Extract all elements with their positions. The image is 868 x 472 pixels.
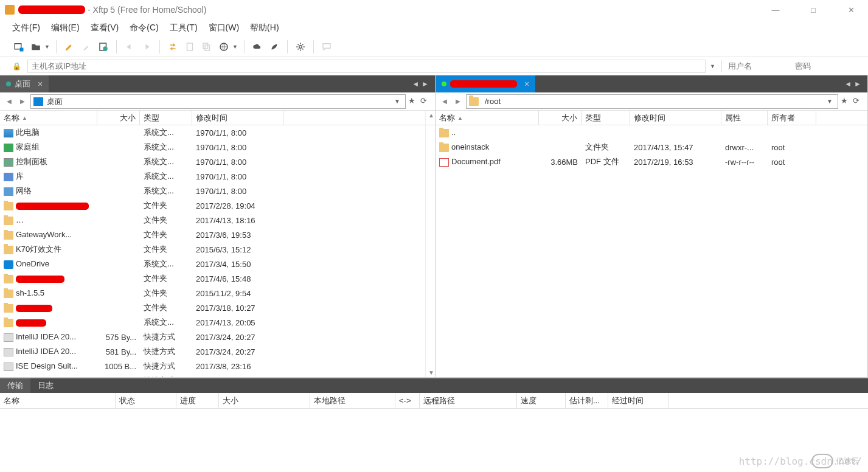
table-row[interactable]: 文件夹2017/3/18, 10:27	[0, 300, 435, 315]
bcol-progress[interactable]: 进度	[176, 393, 219, 408]
eyedrop-icon[interactable]	[80, 40, 93, 54]
close-button[interactable]: ✕	[839, 5, 863, 15]
table-row[interactable]: 控制面板系统文...1970/1/1, 8:00	[0, 154, 435, 169]
menu-file[interactable]: 文件(F)	[12, 23, 40, 33]
refresh-script-icon[interactable]	[97, 40, 110, 54]
remote-tab[interactable]: ×	[436, 75, 535, 92]
sync-right-icon[interactable]	[140, 40, 153, 54]
col-size[interactable]: 大小	[539, 111, 582, 125]
refresh-icon[interactable]: ⟳	[853, 96, 864, 107]
forward-icon[interactable]: ►	[17, 96, 28, 107]
col-attr[interactable]: 属性	[721, 111, 768, 125]
bcol-status[interactable]: 状态	[116, 393, 176, 408]
tab-close-icon[interactable]: ×	[38, 79, 43, 89]
col-owner[interactable]: 所有者	[768, 111, 816, 125]
leaf-icon[interactable]	[268, 40, 281, 54]
gear-icon[interactable]	[294, 40, 307, 54]
tab-next-icon[interactable]: ►	[422, 80, 429, 88]
password-input[interactable]	[795, 61, 856, 71]
table-row[interactable]: 家庭组系统文...1970/1/1, 8:00	[0, 140, 435, 154]
scrollbar[interactable]: ▲▼	[425, 111, 435, 377]
table-row[interactable]: oneinstack文件夹2017/4/13, 15:47drwxr-...ro…	[436, 140, 867, 154]
tab-log[interactable]: 日志	[30, 378, 61, 393]
bcol-arrow[interactable]: <->	[395, 393, 420, 408]
bcol-speed[interactable]: 速度	[517, 393, 566, 408]
col-name[interactable]: 名称▲	[436, 111, 539, 125]
globe-icon[interactable]	[217, 40, 231, 54]
table-row[interactable]: 文件夹2017/4/13, 18:16	[0, 213, 435, 227]
path-dropdown-icon[interactable]: ▼	[824, 98, 835, 105]
transfer-pane: 传输 日志 名称 状态 进度 大小 本地路径 <-> 远程路径 速度 估计剩..…	[0, 377, 868, 450]
table-row[interactable]: IntelliJ IDEA 20...575 By...快捷方式2017/3/2…	[0, 330, 435, 344]
table-row[interactable]: OneDrive系统文...2017/3/4, 15:50	[0, 257, 435, 271]
col-modified[interactable]: 修改时间	[630, 111, 721, 125]
lock-icon: 🔒	[12, 62, 21, 71]
col-size[interactable]: 大小	[97, 111, 140, 125]
table-row[interactable]: sh-1.5.5文件夹2015/11/2, 9:54	[0, 286, 435, 300]
remote-pathbox[interactable]: /root ▼	[466, 94, 838, 109]
table-row[interactable]: Document.pdf3.66MBPDF 文件2017/2/19, 16:53…	[436, 154, 867, 169]
bcol-size[interactable]: 大小	[219, 393, 310, 408]
table-row[interactable]: 文件夹2017/2/28, 19:04	[0, 198, 435, 213]
host-input[interactable]	[27, 60, 706, 73]
menu-edit[interactable]: 编辑(E)	[51, 23, 80, 33]
table-row[interactable]: 系统文...2017/4/13, 20:05	[0, 315, 435, 330]
table-row[interactable]: VMware Work...1KB快捷方式2016/10/17, 18:03	[0, 373, 435, 377]
table-row[interactable]: 网络系统文...1970/1/1, 8:00	[0, 184, 435, 198]
tab-prev-icon[interactable]: ◄	[844, 80, 852, 88]
redacted-session	[450, 80, 517, 88]
table-row[interactable]: IntelliJ IDEA 20...581 By...快捷方式2017/3/2…	[0, 344, 435, 359]
open-icon[interactable]	[29, 40, 43, 54]
minimize-button[interactable]: —	[763, 5, 788, 15]
table-row[interactable]: ISE Design Suit...1005 B...快捷方式2017/3/8,…	[0, 359, 435, 373]
sync-left-icon[interactable]	[123, 40, 136, 54]
cloud-icon[interactable]	[251, 40, 264, 54]
menu-cmd[interactable]: 命令(C)	[130, 23, 158, 33]
table-row[interactable]: GatewayWork...文件夹2017/3/6, 19:53	[0, 227, 435, 242]
tab-next-icon[interactable]: ►	[854, 80, 861, 88]
forward-icon[interactable]: ►	[453, 96, 464, 107]
menu-window[interactable]: 窗口(W)	[209, 23, 240, 33]
maximize-button[interactable]: □	[801, 5, 825, 15]
host-dropdown-icon[interactable]: ▼	[710, 63, 715, 69]
col-name[interactable]: 名称▲	[0, 111, 97, 125]
col-modified[interactable]: 修改时间	[192, 111, 283, 125]
pencil-icon[interactable]	[63, 40, 76, 54]
menu-tool[interactable]: 工具(T)	[170, 23, 198, 33]
tab-transfer[interactable]: 传输	[0, 378, 30, 393]
new-session-icon[interactable]	[12, 40, 26, 54]
globe-dropdown-icon[interactable]: ▼	[232, 44, 238, 50]
local-pathbox[interactable]: 桌面 ▼	[30, 94, 406, 109]
table-row[interactable]: K70灯效文件文件夹2015/6/3, 15:12	[0, 242, 435, 257]
menu-view[interactable]: 查看(V)	[91, 23, 119, 33]
table-row[interactable]: 文件夹2017/4/6, 15:48	[0, 271, 435, 286]
copy-icon[interactable]	[200, 40, 214, 54]
transfer-icon[interactable]	[166, 40, 179, 54]
menu-help[interactable]: 帮助(H)	[250, 23, 279, 33]
path-dropdown-icon[interactable]: ▼	[392, 98, 403, 105]
bookmark-icon[interactable]: ★	[841, 96, 852, 107]
ctrl-icon	[4, 158, 13, 167]
back-icon[interactable]: ◄	[4, 96, 15, 107]
username-input[interactable]	[728, 61, 789, 71]
chat-icon[interactable]	[320, 40, 333, 54]
local-tab[interactable]: 桌面 ×	[0, 75, 49, 92]
refresh-icon[interactable]: ⟳	[420, 96, 431, 107]
bcol-name[interactable]: 名称	[0, 393, 116, 408]
bcol-remote[interactable]: 远程路径	[420, 393, 517, 408]
open-dropdown-icon[interactable]: ▼	[44, 44, 50, 50]
bcol-elapsed[interactable]: 经过时间	[608, 393, 669, 408]
col-type[interactable]: 类型	[582, 111, 630, 125]
local-filelist: 名称▲ 大小 类型 修改时间 此电脑系统文...1970/1/1, 8:00家庭…	[0, 111, 435, 377]
bookmark-icon[interactable]: ★	[408, 96, 419, 107]
tab-close-icon[interactable]: ×	[524, 79, 529, 89]
clipboard-icon[interactable]	[183, 40, 196, 54]
bcol-eta[interactable]: 估计剩...	[566, 393, 608, 408]
tab-prev-icon[interactable]: ◄	[412, 80, 419, 88]
bcol-local[interactable]: 本地路径	[310, 393, 395, 408]
table-row[interactable]: 库系统文...1970/1/1, 8:00	[0, 169, 435, 184]
table-row[interactable]: 此电脑系统文...1970/1/1, 8:00	[0, 125, 435, 140]
back-icon[interactable]: ◄	[439, 96, 450, 107]
col-type[interactable]: 类型	[140, 111, 192, 125]
table-row[interactable]: ..	[436, 125, 867, 140]
